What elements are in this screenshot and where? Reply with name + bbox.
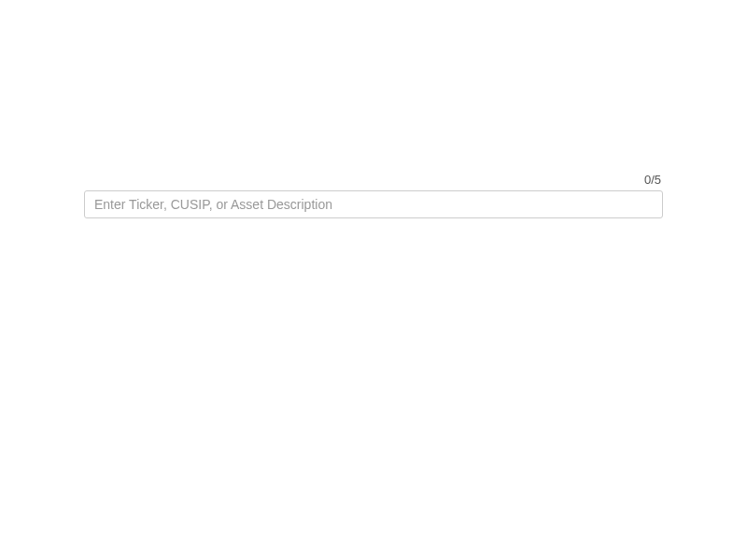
selection-counter: 0/5	[84, 173, 663, 187]
asset-search-input[interactable]	[84, 190, 663, 218]
search-container: 0/5	[84, 173, 663, 218]
